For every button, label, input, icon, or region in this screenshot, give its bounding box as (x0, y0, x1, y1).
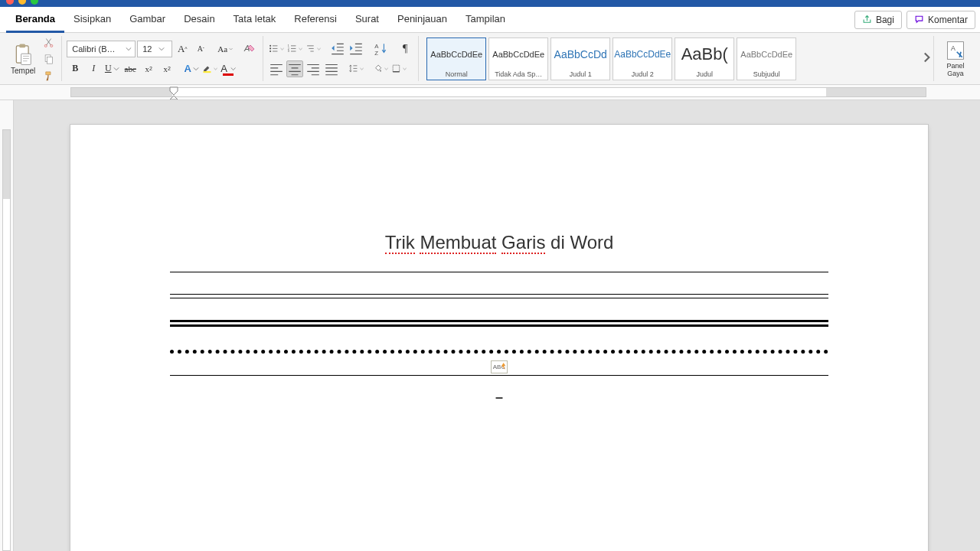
tab-beranda[interactable]: Beranda (6, 7, 64, 33)
copy-icon (43, 54, 54, 65)
superscript-button[interactable]: x2 (158, 60, 175, 77)
numbering-button[interactable]: 123 (286, 41, 303, 57)
line-spacing-icon (348, 64, 358, 73)
styles-pane-icon: A (945, 40, 966, 61)
style-judul[interactable]: AaBb(Judul (675, 37, 734, 80)
increase-indent-button[interactable] (348, 41, 364, 57)
font-size-select[interactable]: 12 (137, 41, 172, 57)
chevron-down-icon (299, 46, 302, 52)
autocorrect-tag[interactable]: ABC (491, 360, 508, 373)
indent-icon (348, 41, 364, 57)
borders-icon (391, 64, 401, 73)
align-center-button[interactable] (286, 60, 303, 77)
maximize-window-icon[interactable] (31, 0, 38, 5)
justify-icon (324, 61, 339, 77)
style-label: Subjudul (737, 70, 795, 80)
indent-marker-icon[interactable] (169, 86, 178, 100)
chevron-down-icon (113, 66, 119, 72)
shading-button[interactable] (372, 60, 389, 77)
tab-sisipkan[interactable]: Sisipkan (64, 7, 120, 33)
svg-point-11 (270, 51, 271, 52)
bullets-button[interactable] (268, 41, 285, 57)
horizontal-line-double (170, 294, 828, 298)
decrease-indent-button[interactable] (329, 41, 346, 57)
font-name-value: Calibri (Bo… (72, 44, 119, 54)
share-button[interactable]: Bagi (854, 11, 902, 29)
format-painter-button[interactable] (41, 70, 55, 83)
style-preview: AaBbCcDdEe (492, 38, 544, 70)
paste-button[interactable]: Tempel (8, 43, 38, 75)
svg-point-4 (50, 44, 52, 47)
cut-button[interactable] (41, 36, 55, 50)
text-effects-button[interactable]: A (183, 60, 200, 77)
svg-point-10 (270, 47, 271, 49)
vertical-ruler[interactable] (0, 100, 14, 551)
align-right-button[interactable] (305, 60, 322, 77)
style-judul-2[interactable]: AaBbCcDdEeJudul 2 (612, 37, 672, 80)
style-judul-1[interactable]: AaBbCcDdJudul 1 (550, 37, 610, 80)
document-title[interactable]: Trik Membuat Garis di Word (170, 232, 828, 253)
borders-button[interactable] (390, 60, 407, 77)
comments-button[interactable]: Komentar (906, 11, 975, 29)
chevron-down-icon (158, 46, 165, 52)
styles-pane-label: PanelGaya (946, 63, 964, 78)
minimize-window-icon[interactable] (18, 0, 26, 5)
style-normal[interactable]: AaBbCcDdEeNormal (426, 37, 486, 80)
style-label: Judul (675, 70, 733, 80)
style-preview: AaBbCcDdEe (740, 38, 792, 70)
bold-button[interactable]: B (67, 60, 83, 77)
change-case-button[interactable]: Aa (217, 41, 234, 57)
paint-bucket-icon (373, 64, 383, 73)
tab-tampilan[interactable]: Tampilan (456, 7, 514, 33)
subscript-button[interactable]: x2 (140, 60, 157, 77)
chevron-down-icon (126, 46, 132, 52)
chevron-down-icon (280, 46, 284, 52)
styles-more-button[interactable] (923, 47, 933, 70)
horizontal-line-thick-double (170, 320, 828, 327)
clear-formatting-button[interactable]: A (241, 41, 258, 57)
chevron-down-icon (317, 46, 321, 52)
svg-rect-2 (21, 54, 31, 64)
style-preview: AaBbCcDdEe (614, 38, 671, 70)
align-left-icon (269, 61, 284, 77)
tab-surat[interactable]: Surat (346, 7, 388, 33)
horizontal-ruler[interactable]: 21123456789101112131415161718 (0, 85, 980, 100)
share-label: Bagi (876, 15, 894, 25)
ribbon-tabs: BerandaSisipkanGambarDesainTata letakRef… (0, 7, 980, 33)
justify-button[interactable] (323, 60, 340, 77)
svg-rect-8 (204, 71, 211, 73)
close-window-icon[interactable] (6, 0, 14, 5)
font-color-button[interactable]: A (220, 60, 237, 77)
numbered-list-icon: 123 (287, 44, 297, 54)
svg-point-9 (270, 45, 271, 47)
line-spacing-button[interactable] (348, 60, 364, 77)
horizontal-line-dotted (170, 350, 828, 354)
highlight-button[interactable] (201, 60, 218, 77)
italic-button[interactable]: I (85, 60, 102, 77)
tab-peninjauan[interactable]: Peninjauan (388, 7, 456, 33)
chevron-down-icon (384, 66, 388, 72)
align-left-button[interactable] (268, 60, 285, 77)
strikethrough-button[interactable]: abc (122, 60, 139, 77)
copy-button[interactable] (41, 53, 55, 67)
tab-desain[interactable]: Desain (175, 7, 224, 33)
tab-gambar[interactable]: Gambar (120, 7, 175, 33)
font-name-select[interactable]: Calibri (Bo… (67, 41, 136, 57)
tab-tata-letak[interactable]: Tata letak (224, 7, 286, 33)
horizontal-line-thin: ABC (170, 375, 828, 376)
sort-button[interactable]: AZ (372, 41, 389, 57)
style-subjudul[interactable]: AaBbCcDdEeSubjudul (737, 37, 796, 80)
document-canvas[interactable]: Trik Membuat Garis di Word ABC – (14, 100, 980, 551)
grow-font-button[interactable]: A^ (174, 41, 191, 57)
chevron-down-icon (214, 66, 217, 72)
shrink-font-button[interactable]: Aˇ (192, 41, 209, 57)
bullet-list-icon (269, 44, 279, 54)
svg-text:A: A (374, 42, 379, 49)
style-tidak-ada-sp-[interactable]: AaBbCcDdEeTidak Ada Sp… (488, 37, 548, 80)
multilevel-list-button[interactable] (305, 41, 322, 57)
show-marks-button[interactable]: ¶ (397, 41, 413, 57)
underline-button[interactable]: U (103, 60, 120, 77)
cursor-line[interactable]: – (170, 390, 828, 406)
styles-pane-button[interactable]: A PanelGaya (939, 40, 972, 78)
tab-referensi[interactable]: Referensi (285, 7, 346, 33)
